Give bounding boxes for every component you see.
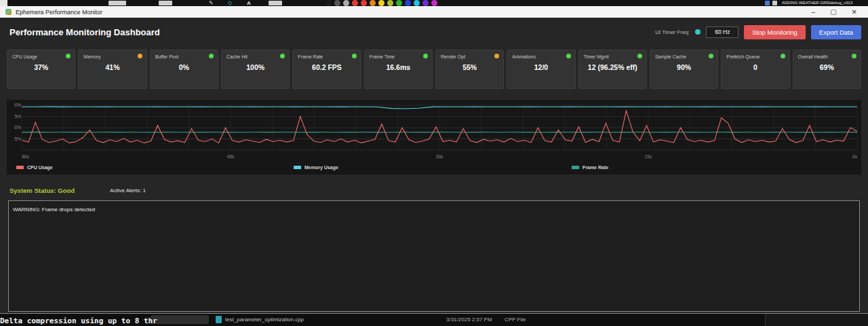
palette-color-swatch[interactable] [405, 0, 411, 6]
metric-card: Render Opt55% [435, 50, 504, 89]
minimize-button[interactable]: – [812, 6, 816, 18]
status-dot-icon [423, 54, 428, 58]
status-dot-icon [352, 54, 357, 58]
file-date: 3/31/2025 2:57 PM [446, 316, 492, 323]
performance-chart: 100%75%50%25%60s45s30s15s0s [7, 100, 861, 162]
status-dot-icon [138, 54, 142, 58]
timer-freq-input[interactable] [706, 26, 738, 38]
legend-item: CPU Usage [16, 165, 53, 170]
metric-card: Buffer Pool0% [150, 50, 218, 89]
legend-swatch-icon [572, 166, 579, 169]
chart-panel: 100%75%50%25%60s45s30s15s0s CPU UsageMem… [7, 100, 861, 175]
svg-text:60s: 60s [22, 154, 29, 159]
metric-label: Cache Hit [226, 54, 248, 59]
stop-monitoring-button[interactable]: Stop Monitoring [744, 25, 806, 39]
metric-label: Prefetch Queue [726, 54, 760, 59]
window-title: Ephemera Performance Monitor [16, 9, 102, 16]
metric-card: Frame Rate60.2 FPS [292, 50, 361, 89]
status-dot-icon [852, 54, 856, 58]
close-button[interactable]: ✕ [852, 6, 857, 18]
palette-color-swatch[interactable] [396, 0, 402, 6]
legend-label: Memory Usage [304, 165, 338, 170]
metric-cards-row: CPU Usage37%Memory41%Buffer Pool0%Cache … [7, 50, 861, 89]
metric-value: 90% [650, 63, 717, 71]
palette-color-swatch[interactable] [343, 0, 349, 6]
metric-card: Frame Time16.6ms [364, 50, 433, 89]
metric-value: 55% [436, 63, 503, 71]
legend-item: Memory Usage [294, 165, 338, 170]
status-dot-icon [280, 54, 285, 58]
metric-value: 100% [222, 63, 289, 71]
file-name[interactable]: test_parameter_optimization.cpp [225, 316, 304, 323]
palette-color-swatch[interactable] [414, 0, 420, 6]
timer-freq-label: UI Timer Freq: [655, 29, 690, 35]
status-dot-icon [209, 54, 214, 58]
palette-color-swatch[interactable] [431, 0, 437, 6]
app-window: Ephemera Performance Monitor – ▢ ✕ Perfo… [0, 6, 868, 314]
status-row: System Status: Good Active Alerts: 1 [9, 185, 146, 195]
background-top-toolbar: ✎ ◇ A ADDING WEATHER GRIDdebug_v313 [0, 0, 868, 6]
shape-icon[interactable]: ◇ [228, 0, 232, 6]
legend-swatch-icon [16, 166, 24, 169]
timer-freq-indicator-icon [695, 29, 701, 35]
taskbar-icon[interactable] [772, 1, 777, 5]
status-dot-icon [566, 54, 571, 58]
status-dot-icon [494, 54, 499, 58]
svg-text:50%: 50% [12, 126, 21, 130]
svg-text:100%: 100% [9, 103, 21, 108]
svg-text:45s: 45s [227, 154, 235, 159]
status-dot-icon [781, 54, 785, 58]
cpp-file-icon [216, 316, 222, 323]
metric-card: Animations12/0 [507, 50, 575, 89]
metric-label: CPU Usage [12, 54, 37, 59]
palette-color-swatch[interactable] [326, 0, 332, 6]
metric-value: 0 [722, 63, 789, 71]
metric-value: 16.6ms [365, 63, 432, 71]
color-palette [326, 0, 437, 6]
metric-card: Sample Cache90% [650, 50, 718, 89]
alert-log[interactable]: WARNING: Frame drops detected [8, 200, 860, 312]
terminal-output-text: Delta compression using up to 8 thr [0, 316, 157, 325]
screen: ✎ ◇ A ADDING WEATHER GRIDdebug_v313 Ephe… [0, 0, 868, 326]
svg-text:0s: 0s [852, 154, 858, 159]
legend-swatch-icon [294, 166, 301, 169]
metric-card: Overall Health69% [793, 50, 861, 89]
file-type: CPP File [505, 316, 526, 323]
metric-label: Sample Cache [655, 54, 686, 59]
taskbar-icon[interactable] [765, 1, 770, 5]
palette-color-swatch[interactable] [334, 0, 340, 6]
active-alerts: Active Alerts: 1 [110, 187, 146, 194]
status-dot-icon [709, 54, 713, 58]
metric-label: Frame Time [370, 54, 395, 59]
status-dot-icon [66, 54, 71, 58]
background-window-fragment [765, 314, 868, 326]
page-title: Performance Monitoring Dashboard [9, 27, 160, 37]
svg-text:75%: 75% [12, 114, 21, 119]
toolbar-button[interactable] [269, 1, 282, 5]
metric-card: Prefetch Queue0 [721, 50, 789, 89]
palette-color-swatch[interactable] [378, 0, 384, 6]
palette-color-swatch[interactable] [422, 0, 429, 6]
palette-color-swatch[interactable] [387, 0, 393, 6]
export-data-button[interactable]: Export Data [811, 25, 861, 39]
pencil-icon[interactable]: ✎ [209, 0, 214, 6]
background-bottom-area: test_parameter_optimization.cpp 3/31/202… [0, 314, 868, 326]
toolbar-button[interactable] [108, 1, 126, 5]
background-button[interactable] [151, 315, 209, 324]
background-window-fragment [0, 0, 7, 6]
palette-color-swatch[interactable] [352, 0, 358, 6]
palette-color-swatch[interactable] [370, 0, 376, 6]
window-titlebar: Ephemera Performance Monitor – ▢ ✕ [0, 6, 868, 18]
toolbar-button[interactable] [159, 1, 172, 5]
maximize-button[interactable]: ▢ [830, 6, 836, 18]
text-tool-icon[interactable]: A [247, 0, 251, 6]
metric-label: Timer Mgmt [584, 54, 609, 59]
app-icon [5, 9, 12, 15]
metric-value: 69% [793, 63, 861, 71]
metric-card: Memory41% [78, 50, 146, 89]
metric-label: Overall Health [798, 54, 828, 59]
chart-legend: CPU UsageMemory UsageFrame Rate [7, 165, 861, 175]
palette-color-swatch[interactable] [361, 0, 367, 6]
svg-text:30s: 30s [436, 154, 443, 159]
metric-value: 60.2 FPS [293, 63, 360, 71]
